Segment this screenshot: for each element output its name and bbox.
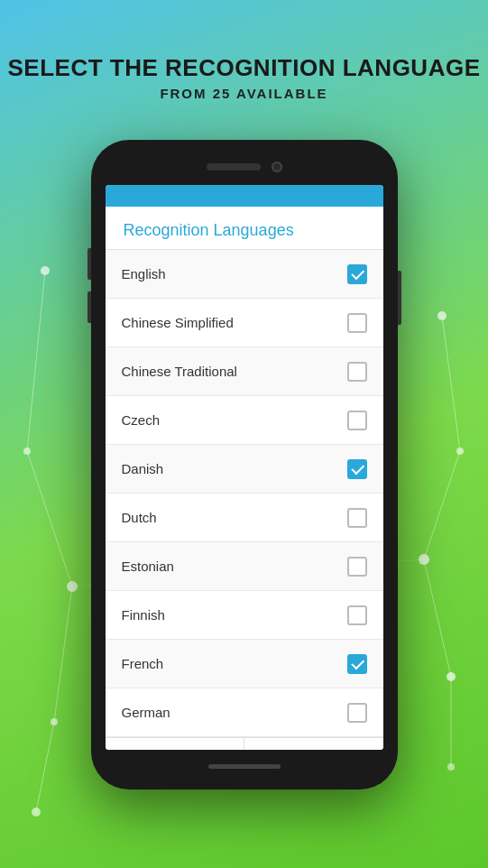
- phone-power-button: [398, 271, 401, 325]
- phone-frame: Recognition Languages EnglishChinese Sim…: [91, 140, 398, 790]
- language-checkbox-german[interactable]: [347, 703, 367, 723]
- language-checkbox-french[interactable]: [347, 654, 367, 674]
- language-item-dutch[interactable]: Dutch: [106, 494, 383, 542]
- dialog-card: Recognition Languages EnglishChinese Sim…: [106, 207, 383, 750]
- language-checkbox-danish[interactable]: [347, 459, 367, 479]
- phone-bottom-bar: [98, 753, 391, 779]
- header-title: Select the recognition language: [0, 54, 488, 82]
- language-item-danish[interactable]: Danish: [106, 445, 383, 494]
- phone-screen: Recognition Languages EnglishChinese Sim…: [106, 185, 383, 750]
- language-label-chinese-simplified: Chinese Simplified: [122, 315, 234, 330]
- language-list[interactable]: EnglishChinese SimplifiedChinese Traditi…: [106, 250, 383, 737]
- language-item-chinese-traditional[interactable]: Chinese Traditional: [106, 347, 383, 396]
- language-label-finnish: Finnish: [122, 607, 165, 623]
- language-checkbox-finnish[interactable]: [347, 605, 367, 625]
- phone-volume-down-button: [87, 291, 91, 323]
- language-checkbox-chinese-traditional[interactable]: [347, 362, 367, 382]
- language-label-danish: Danish: [122, 461, 164, 476]
- language-label-czech: Czech: [122, 412, 161, 428]
- home-indicator: [208, 764, 281, 769]
- phone-top-bar: [98, 152, 391, 181]
- language-item-estonian[interactable]: Estonian: [106, 542, 383, 591]
- dialog-buttons: Cancel OK: [106, 737, 383, 750]
- dialog-title: Recognition Languages: [106, 207, 383, 250]
- language-checkbox-english[interactable]: [347, 264, 367, 284]
- cancel-button[interactable]: Cancel: [106, 738, 245, 750]
- language-label-english: English: [122, 266, 166, 282]
- ok-button[interactable]: OK: [244, 738, 383, 750]
- phone-camera: [272, 162, 282, 172]
- language-checkbox-estonian[interactable]: [347, 557, 367, 577]
- header-subtitle: from 25 available: [0, 86, 488, 101]
- language-checkbox-chinese-simplified[interactable]: [347, 313, 367, 333]
- status-bar: [106, 185, 383, 207]
- language-item-french[interactable]: French: [106, 640, 383, 688]
- language-item-german[interactable]: German: [106, 688, 383, 737]
- phone-speaker: [207, 163, 261, 171]
- language-checkbox-czech[interactable]: [347, 411, 367, 430]
- header: Select the recognition language from 25 …: [0, 54, 488, 101]
- language-item-finnish[interactable]: Finnish: [106, 591, 383, 640]
- language-label-chinese-traditional: Chinese Traditional: [122, 364, 237, 379]
- language-item-english[interactable]: English: [106, 250, 383, 299]
- language-checkbox-dutch[interactable]: [347, 508, 367, 528]
- language-label-dutch: Dutch: [122, 510, 157, 525]
- language-item-chinese-simplified[interactable]: Chinese Simplified: [106, 299, 383, 347]
- language-label-french: French: [122, 656, 164, 671]
- phone-volume-up-button: [87, 248, 91, 280]
- language-item-czech[interactable]: Czech: [106, 396, 383, 445]
- language-label-estonian: Estonian: [122, 559, 174, 574]
- language-label-german: German: [122, 705, 170, 720]
